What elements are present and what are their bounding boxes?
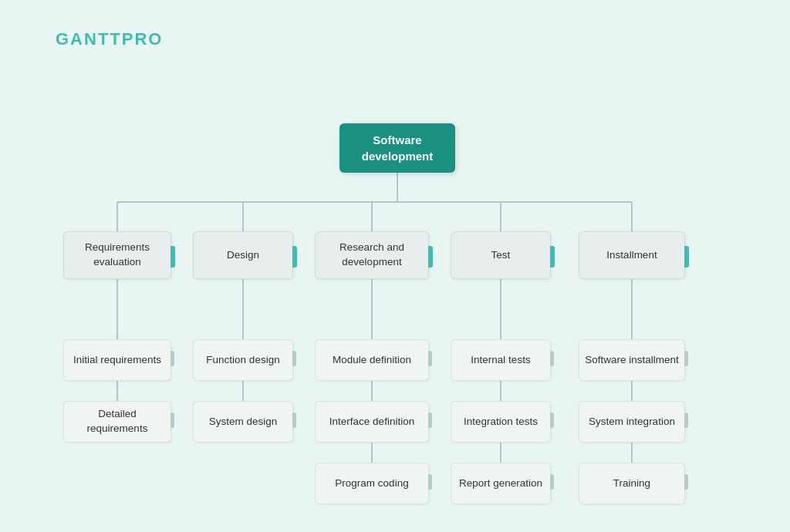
l2-node-12: Training	[579, 463, 685, 504]
l2-node-0: Initial requirements	[63, 339, 171, 381]
root-node: Softwaredevelopment	[339, 123, 455, 173]
l1-node-ins: Installment	[579, 231, 685, 279]
l2-node-8: Integration tests	[451, 401, 551, 443]
l2-node-2: Function design	[193, 339, 293, 381]
l1-node-req: Requirementsevaluation	[63, 231, 171, 279]
l2-node-3: System design	[193, 401, 293, 443]
org-chart: SoftwaredevelopmentRequirementsevaluatio…	[39, 77, 751, 509]
l2-node-6: Program coding	[315, 463, 429, 504]
l1-node-tst: Test	[451, 231, 551, 279]
l2-node-10: Software installment	[579, 339, 685, 381]
l2-node-9: Report generation	[451, 463, 551, 504]
l1-node-des: Design	[193, 231, 293, 279]
logo: GANTTPRO	[56, 29, 163, 49]
l2-node-5: Interface definition	[315, 401, 429, 443]
l2-node-4: Module definition	[315, 339, 429, 381]
l2-node-1: Detailedrequirements	[63, 401, 171, 443]
l2-node-7: Internal tests	[451, 339, 551, 381]
l1-node-res: Research anddevelopment	[315, 231, 429, 279]
l2-node-11: System integration	[579, 401, 685, 443]
